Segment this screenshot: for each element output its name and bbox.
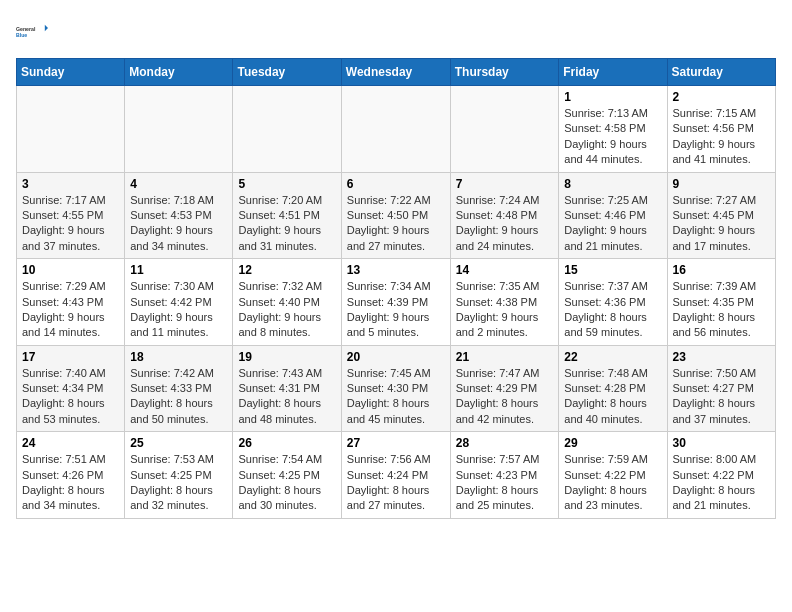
day-info: Sunrise: 7:29 AM Sunset: 4:43 PM Dayligh… <box>22 279 119 341</box>
logo-icon: General Blue <box>16 16 48 48</box>
day-info: Sunrise: 7:42 AM Sunset: 4:33 PM Dayligh… <box>130 366 227 428</box>
weekday-header-row: SundayMondayTuesdayWednesdayThursdayFrid… <box>17 59 776 86</box>
day-info: Sunrise: 7:22 AM Sunset: 4:50 PM Dayligh… <box>347 193 445 255</box>
day-number: 7 <box>456 177 554 191</box>
calendar-cell: 19Sunrise: 7:43 AM Sunset: 4:31 PM Dayli… <box>233 345 341 432</box>
calendar-cell <box>341 86 450 173</box>
day-info: Sunrise: 7:32 AM Sunset: 4:40 PM Dayligh… <box>238 279 335 341</box>
calendar-cell: 27Sunrise: 7:56 AM Sunset: 4:24 PM Dayli… <box>341 432 450 519</box>
day-number: 16 <box>673 263 771 277</box>
day-info: Sunrise: 7:30 AM Sunset: 4:42 PM Dayligh… <box>130 279 227 341</box>
calendar-cell: 14Sunrise: 7:35 AM Sunset: 4:38 PM Dayli… <box>450 259 559 346</box>
day-info: Sunrise: 7:39 AM Sunset: 4:35 PM Dayligh… <box>673 279 771 341</box>
day-number: 4 <box>130 177 227 191</box>
calendar-cell: 4Sunrise: 7:18 AM Sunset: 4:53 PM Daylig… <box>125 172 233 259</box>
calendar-cell: 21Sunrise: 7:47 AM Sunset: 4:29 PM Dayli… <box>450 345 559 432</box>
day-info: Sunrise: 7:53 AM Sunset: 4:25 PM Dayligh… <box>130 452 227 514</box>
calendar-cell: 13Sunrise: 7:34 AM Sunset: 4:39 PM Dayli… <box>341 259 450 346</box>
calendar-cell: 12Sunrise: 7:32 AM Sunset: 4:40 PM Dayli… <box>233 259 341 346</box>
day-info: Sunrise: 7:13 AM Sunset: 4:58 PM Dayligh… <box>564 106 661 168</box>
day-info: Sunrise: 7:24 AM Sunset: 4:48 PM Dayligh… <box>456 193 554 255</box>
calendar-cell: 26Sunrise: 7:54 AM Sunset: 4:25 PM Dayli… <box>233 432 341 519</box>
day-info: Sunrise: 7:34 AM Sunset: 4:39 PM Dayligh… <box>347 279 445 341</box>
calendar-cell <box>17 86 125 173</box>
day-number: 27 <box>347 436 445 450</box>
day-number: 24 <box>22 436 119 450</box>
svg-text:General: General <box>16 26 36 32</box>
calendar-cell: 6Sunrise: 7:22 AM Sunset: 4:50 PM Daylig… <box>341 172 450 259</box>
weekday-header-sunday: Sunday <box>17 59 125 86</box>
day-number: 8 <box>564 177 661 191</box>
day-number: 23 <box>673 350 771 364</box>
calendar-cell <box>125 86 233 173</box>
day-info: Sunrise: 7:35 AM Sunset: 4:38 PM Dayligh… <box>456 279 554 341</box>
day-number: 17 <box>22 350 119 364</box>
calendar-cell: 9Sunrise: 7:27 AM Sunset: 4:45 PM Daylig… <box>667 172 776 259</box>
calendar-cell: 8Sunrise: 7:25 AM Sunset: 4:46 PM Daylig… <box>559 172 667 259</box>
svg-text:Blue: Blue <box>16 32 27 38</box>
day-info: Sunrise: 7:25 AM Sunset: 4:46 PM Dayligh… <box>564 193 661 255</box>
day-number: 15 <box>564 263 661 277</box>
day-info: Sunrise: 7:17 AM Sunset: 4:55 PM Dayligh… <box>22 193 119 255</box>
calendar-cell: 22Sunrise: 7:48 AM Sunset: 4:28 PM Dayli… <box>559 345 667 432</box>
calendar-cell: 10Sunrise: 7:29 AM Sunset: 4:43 PM Dayli… <box>17 259 125 346</box>
day-number: 25 <box>130 436 227 450</box>
weekday-header-saturday: Saturday <box>667 59 776 86</box>
day-number: 12 <box>238 263 335 277</box>
day-number: 21 <box>456 350 554 364</box>
day-info: Sunrise: 7:18 AM Sunset: 4:53 PM Dayligh… <box>130 193 227 255</box>
day-number: 9 <box>673 177 771 191</box>
day-number: 1 <box>564 90 661 104</box>
day-number: 3 <box>22 177 119 191</box>
day-number: 6 <box>347 177 445 191</box>
calendar-week-1: 1Sunrise: 7:13 AM Sunset: 4:58 PM Daylig… <box>17 86 776 173</box>
calendar-cell: 23Sunrise: 7:50 AM Sunset: 4:27 PM Dayli… <box>667 345 776 432</box>
calendar-cell: 20Sunrise: 7:45 AM Sunset: 4:30 PM Dayli… <box>341 345 450 432</box>
day-info: Sunrise: 7:56 AM Sunset: 4:24 PM Dayligh… <box>347 452 445 514</box>
day-number: 2 <box>673 90 771 104</box>
calendar-cell <box>450 86 559 173</box>
calendar-cell: 28Sunrise: 7:57 AM Sunset: 4:23 PM Dayli… <box>450 432 559 519</box>
calendar-cell: 11Sunrise: 7:30 AM Sunset: 4:42 PM Dayli… <box>125 259 233 346</box>
calendar-cell: 16Sunrise: 7:39 AM Sunset: 4:35 PM Dayli… <box>667 259 776 346</box>
day-info: Sunrise: 7:48 AM Sunset: 4:28 PM Dayligh… <box>564 366 661 428</box>
day-info: Sunrise: 7:50 AM Sunset: 4:27 PM Dayligh… <box>673 366 771 428</box>
calendar-cell: 1Sunrise: 7:13 AM Sunset: 4:58 PM Daylig… <box>559 86 667 173</box>
weekday-header-thursday: Thursday <box>450 59 559 86</box>
calendar-cell: 17Sunrise: 7:40 AM Sunset: 4:34 PM Dayli… <box>17 345 125 432</box>
calendar-cell: 15Sunrise: 7:37 AM Sunset: 4:36 PM Dayli… <box>559 259 667 346</box>
calendar-cell: 24Sunrise: 7:51 AM Sunset: 4:26 PM Dayli… <box>17 432 125 519</box>
calendar-week-2: 3Sunrise: 7:17 AM Sunset: 4:55 PM Daylig… <box>17 172 776 259</box>
weekday-header-wednesday: Wednesday <box>341 59 450 86</box>
day-number: 14 <box>456 263 554 277</box>
day-number: 29 <box>564 436 661 450</box>
day-number: 5 <box>238 177 335 191</box>
calendar-cell: 5Sunrise: 7:20 AM Sunset: 4:51 PM Daylig… <box>233 172 341 259</box>
calendar-table: SundayMondayTuesdayWednesdayThursdayFrid… <box>16 58 776 519</box>
day-info: Sunrise: 7:47 AM Sunset: 4:29 PM Dayligh… <box>456 366 554 428</box>
calendar-cell: 29Sunrise: 7:59 AM Sunset: 4:22 PM Dayli… <box>559 432 667 519</box>
day-info: Sunrise: 7:37 AM Sunset: 4:36 PM Dayligh… <box>564 279 661 341</box>
page-header: General Blue <box>16 16 776 48</box>
day-number: 18 <box>130 350 227 364</box>
day-number: 20 <box>347 350 445 364</box>
calendar-cell: 3Sunrise: 7:17 AM Sunset: 4:55 PM Daylig… <box>17 172 125 259</box>
day-info: Sunrise: 7:15 AM Sunset: 4:56 PM Dayligh… <box>673 106 771 168</box>
day-info: Sunrise: 7:27 AM Sunset: 4:45 PM Dayligh… <box>673 193 771 255</box>
calendar-cell <box>233 86 341 173</box>
day-number: 10 <box>22 263 119 277</box>
day-info: Sunrise: 7:51 AM Sunset: 4:26 PM Dayligh… <box>22 452 119 514</box>
day-number: 22 <box>564 350 661 364</box>
day-info: Sunrise: 7:54 AM Sunset: 4:25 PM Dayligh… <box>238 452 335 514</box>
calendar-cell: 30Sunrise: 8:00 AM Sunset: 4:22 PM Dayli… <box>667 432 776 519</box>
logo: General Blue <box>16 16 48 48</box>
calendar-week-3: 10Sunrise: 7:29 AM Sunset: 4:43 PM Dayli… <box>17 259 776 346</box>
day-info: Sunrise: 7:43 AM Sunset: 4:31 PM Dayligh… <box>238 366 335 428</box>
weekday-header-friday: Friday <box>559 59 667 86</box>
day-number: 19 <box>238 350 335 364</box>
calendar-cell: 2Sunrise: 7:15 AM Sunset: 4:56 PM Daylig… <box>667 86 776 173</box>
day-info: Sunrise: 7:57 AM Sunset: 4:23 PM Dayligh… <box>456 452 554 514</box>
calendar-cell: 7Sunrise: 7:24 AM Sunset: 4:48 PM Daylig… <box>450 172 559 259</box>
weekday-header-tuesday: Tuesday <box>233 59 341 86</box>
calendar-cell: 25Sunrise: 7:53 AM Sunset: 4:25 PM Dayli… <box>125 432 233 519</box>
